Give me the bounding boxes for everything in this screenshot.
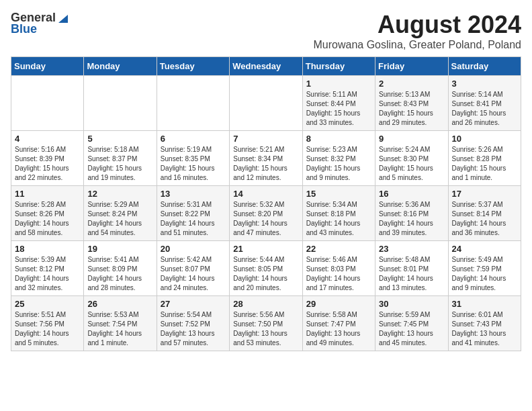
day-info: Sunrise: 5:21 AM Sunset: 8:34 PM Dayligh… bbox=[233, 145, 298, 183]
calendar-cell bbox=[84, 76, 157, 131]
calendar-cell: 14Sunrise: 5:32 AM Sunset: 8:20 PM Dayli… bbox=[230, 186, 302, 241]
calendar-cell: 12Sunrise: 5:29 AM Sunset: 8:24 PM Dayli… bbox=[84, 186, 157, 241]
day-info: Sunrise: 5:16 AM Sunset: 8:39 PM Dayligh… bbox=[15, 145, 80, 183]
day-info: Sunrise: 5:44 AM Sunset: 8:05 PM Dayligh… bbox=[233, 255, 298, 293]
logo-triangle-icon bbox=[57, 12, 69, 24]
day-number: 31 bbox=[452, 299, 517, 309]
day-info: Sunrise: 5:18 AM Sunset: 8:37 PM Dayligh… bbox=[87, 145, 152, 183]
weekday-header-tuesday: Tuesday bbox=[157, 57, 229, 76]
week-row-3: 11Sunrise: 5:28 AM Sunset: 8:26 PM Dayli… bbox=[11, 186, 521, 241]
week-row-5: 25Sunrise: 5:51 AM Sunset: 7:56 PM Dayli… bbox=[11, 296, 521, 351]
weekday-header-wednesday: Wednesday bbox=[230, 57, 302, 76]
day-number: 3 bbox=[452, 79, 517, 89]
day-info: Sunrise: 5:13 AM Sunset: 8:43 PM Dayligh… bbox=[379, 90, 444, 128]
calendar-table: SundayMondayTuesdayWednesdayThursdayFrid… bbox=[11, 56, 521, 351]
calendar-cell: 1Sunrise: 5:11 AM Sunset: 8:44 PM Daylig… bbox=[302, 76, 375, 131]
calendar-cell: 30Sunrise: 5:59 AM Sunset: 7:45 PM Dayli… bbox=[375, 296, 448, 351]
calendar-cell bbox=[230, 76, 302, 131]
day-info: Sunrise: 5:48 AM Sunset: 8:01 PM Dayligh… bbox=[379, 255, 444, 293]
weekday-header-saturday: Saturday bbox=[448, 57, 521, 76]
day-number: 2 bbox=[379, 79, 444, 89]
calendar-cell: 23Sunrise: 5:48 AM Sunset: 8:01 PM Dayli… bbox=[375, 241, 448, 296]
calendar-cell: 24Sunrise: 5:49 AM Sunset: 7:59 PM Dayli… bbox=[448, 241, 521, 296]
calendar-cell: 20Sunrise: 5:42 AM Sunset: 8:07 PM Dayli… bbox=[157, 241, 229, 296]
day-info: Sunrise: 5:41 AM Sunset: 8:09 PM Dayligh… bbox=[87, 255, 152, 293]
calendar-cell: 5Sunrise: 5:18 AM Sunset: 8:37 PM Daylig… bbox=[84, 131, 157, 186]
day-info: Sunrise: 5:36 AM Sunset: 8:16 PM Dayligh… bbox=[379, 200, 444, 238]
calendar-cell: 7Sunrise: 5:21 AM Sunset: 8:34 PM Daylig… bbox=[230, 131, 302, 186]
day-number: 25 bbox=[15, 299, 80, 309]
day-info: Sunrise: 5:58 AM Sunset: 7:47 PM Dayligh… bbox=[306, 310, 371, 348]
day-info: Sunrise: 5:31 AM Sunset: 8:22 PM Dayligh… bbox=[161, 200, 226, 238]
day-info: Sunrise: 5:49 AM Sunset: 7:59 PM Dayligh… bbox=[452, 255, 517, 293]
day-number: 18 bbox=[15, 244, 80, 254]
day-info: Sunrise: 5:29 AM Sunset: 8:24 PM Dayligh… bbox=[87, 200, 152, 238]
day-info: Sunrise: 5:51 AM Sunset: 7:56 PM Dayligh… bbox=[15, 310, 80, 348]
calendar-cell bbox=[157, 76, 229, 131]
logo: General Blue bbox=[11, 11, 69, 36]
day-number: 20 bbox=[161, 244, 226, 254]
location-subtitle: Murowana Goslina, Greater Poland, Poland bbox=[313, 39, 521, 51]
day-number: 30 bbox=[379, 299, 444, 309]
day-number: 5 bbox=[87, 134, 152, 144]
calendar-cell: 11Sunrise: 5:28 AM Sunset: 8:26 PM Dayli… bbox=[11, 186, 84, 241]
calendar-cell: 6Sunrise: 5:19 AM Sunset: 8:35 PM Daylig… bbox=[157, 131, 229, 186]
calendar-cell: 10Sunrise: 5:26 AM Sunset: 8:28 PM Dayli… bbox=[448, 131, 521, 186]
day-info: Sunrise: 5:28 AM Sunset: 8:26 PM Dayligh… bbox=[15, 200, 80, 238]
calendar-cell: 16Sunrise: 5:36 AM Sunset: 8:16 PM Dayli… bbox=[375, 186, 448, 241]
day-number: 7 bbox=[233, 134, 298, 144]
title-block: August 2024 Murowana Goslina, Greater Po… bbox=[313, 11, 521, 51]
weekday-header-sunday: Sunday bbox=[11, 57, 84, 76]
day-number: 26 bbox=[87, 299, 152, 309]
calendar-cell: 19Sunrise: 5:41 AM Sunset: 8:09 PM Dayli… bbox=[84, 241, 157, 296]
day-info: Sunrise: 5:53 AM Sunset: 7:54 PM Dayligh… bbox=[87, 310, 152, 348]
day-number: 16 bbox=[379, 189, 444, 199]
calendar-cell: 17Sunrise: 5:37 AM Sunset: 8:14 PM Dayli… bbox=[448, 186, 521, 241]
day-number: 6 bbox=[161, 134, 226, 144]
weekday-header-friday: Friday bbox=[375, 57, 448, 76]
day-number: 27 bbox=[161, 299, 226, 309]
day-number: 11 bbox=[15, 189, 80, 199]
calendar-cell: 21Sunrise: 5:44 AM Sunset: 8:05 PM Dayli… bbox=[230, 241, 302, 296]
day-number: 28 bbox=[233, 299, 298, 309]
day-number: 29 bbox=[306, 299, 371, 309]
day-number: 21 bbox=[233, 244, 298, 254]
day-info: Sunrise: 5:19 AM Sunset: 8:35 PM Dayligh… bbox=[161, 145, 226, 183]
calendar-cell: 4Sunrise: 5:16 AM Sunset: 8:39 PM Daylig… bbox=[11, 131, 84, 186]
day-number: 14 bbox=[233, 189, 298, 199]
day-number: 22 bbox=[306, 244, 371, 254]
day-info: Sunrise: 5:54 AM Sunset: 7:52 PM Dayligh… bbox=[161, 310, 226, 348]
day-number: 9 bbox=[379, 134, 444, 144]
day-info: Sunrise: 5:39 AM Sunset: 8:12 PM Dayligh… bbox=[15, 255, 80, 293]
calendar-cell: 22Sunrise: 5:46 AM Sunset: 8:03 PM Dayli… bbox=[302, 241, 375, 296]
weekday-header-row: SundayMondayTuesdayWednesdayThursdayFrid… bbox=[11, 57, 521, 76]
day-number: 4 bbox=[15, 134, 80, 144]
calendar-cell: 26Sunrise: 5:53 AM Sunset: 7:54 PM Dayli… bbox=[84, 296, 157, 351]
day-info: Sunrise: 5:59 AM Sunset: 7:45 PM Dayligh… bbox=[379, 310, 444, 348]
day-number: 15 bbox=[306, 189, 371, 199]
week-row-1: 1Sunrise: 5:11 AM Sunset: 8:44 PM Daylig… bbox=[11, 76, 521, 131]
calendar-cell: 2Sunrise: 5:13 AM Sunset: 8:43 PM Daylig… bbox=[375, 76, 448, 131]
day-number: 24 bbox=[452, 244, 517, 254]
calendar-cell bbox=[11, 76, 84, 131]
calendar-cell: 15Sunrise: 5:34 AM Sunset: 8:18 PM Dayli… bbox=[302, 186, 375, 241]
calendar-cell: 8Sunrise: 5:23 AM Sunset: 8:32 PM Daylig… bbox=[302, 131, 375, 186]
calendar-cell: 9Sunrise: 5:24 AM Sunset: 8:30 PM Daylig… bbox=[375, 131, 448, 186]
day-number: 10 bbox=[452, 134, 517, 144]
svg-marker-0 bbox=[58, 15, 68, 23]
day-number: 13 bbox=[161, 189, 226, 199]
calendar-cell: 18Sunrise: 5:39 AM Sunset: 8:12 PM Dayli… bbox=[11, 241, 84, 296]
week-row-2: 4Sunrise: 5:16 AM Sunset: 8:39 PM Daylig… bbox=[11, 131, 521, 186]
day-info: Sunrise: 5:46 AM Sunset: 8:03 PM Dayligh… bbox=[306, 255, 371, 293]
day-info: Sunrise: 5:24 AM Sunset: 8:30 PM Dayligh… bbox=[379, 145, 444, 183]
day-info: Sunrise: 5:26 AM Sunset: 8:28 PM Dayligh… bbox=[452, 145, 517, 183]
day-info: Sunrise: 5:11 AM Sunset: 8:44 PM Dayligh… bbox=[306, 90, 371, 128]
calendar-cell: 31Sunrise: 6:01 AM Sunset: 7:43 PM Dayli… bbox=[448, 296, 521, 351]
calendar-cell: 28Sunrise: 5:56 AM Sunset: 7:50 PM Dayli… bbox=[230, 296, 302, 351]
calendar-cell: 25Sunrise: 5:51 AM Sunset: 7:56 PM Dayli… bbox=[11, 296, 84, 351]
day-number: 1 bbox=[306, 79, 371, 89]
weekday-header-thursday: Thursday bbox=[302, 57, 375, 76]
month-title: August 2024 bbox=[313, 11, 521, 39]
day-number: 8 bbox=[306, 134, 371, 144]
calendar-cell: 29Sunrise: 5:58 AM Sunset: 7:47 PM Dayli… bbox=[302, 296, 375, 351]
